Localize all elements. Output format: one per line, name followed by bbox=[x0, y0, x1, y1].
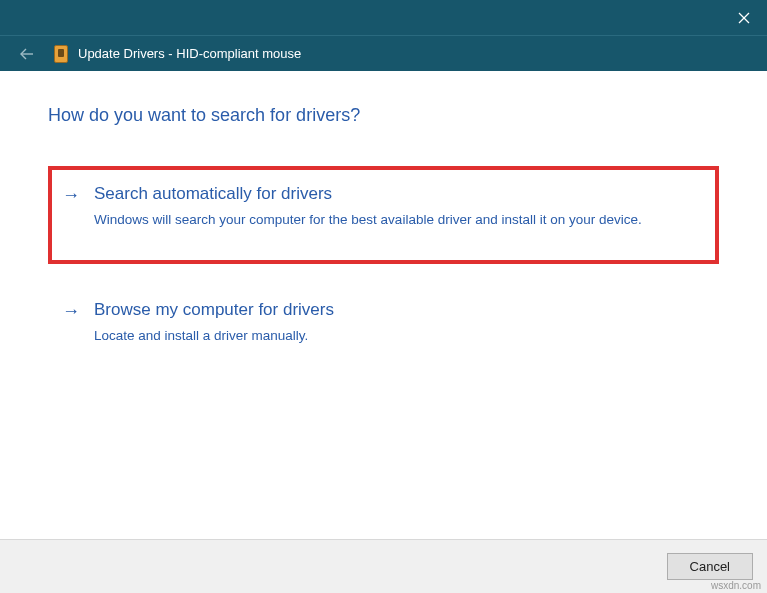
option-search-automatically[interactable]: → Search automatically for drivers Windo… bbox=[48, 166, 719, 264]
option-text: Search automatically for drivers Windows… bbox=[94, 184, 705, 230]
close-button[interactable] bbox=[721, 0, 767, 35]
wizard-footer: Cancel bbox=[0, 539, 767, 593]
wizard-header: Update Drivers - HID-compliant mouse bbox=[0, 35, 767, 71]
wizard-content: How do you want to search for drivers? →… bbox=[0, 71, 767, 539]
cancel-button[interactable]: Cancel bbox=[667, 553, 753, 580]
option-title: Search automatically for drivers bbox=[94, 184, 705, 204]
device-icon bbox=[54, 45, 68, 63]
watermark: wsxdn.com bbox=[711, 580, 761, 591]
window-titlebar bbox=[0, 0, 767, 35]
option-title: Browse my computer for drivers bbox=[94, 300, 705, 320]
option-description: Windows will search your computer for th… bbox=[94, 210, 705, 230]
arrow-right-icon: → bbox=[62, 300, 80, 346]
arrow-left-icon bbox=[19, 46, 35, 62]
option-text: Browse my computer for drivers Locate an… bbox=[94, 300, 705, 346]
page-heading: How do you want to search for drivers? bbox=[48, 105, 719, 126]
close-icon bbox=[738, 12, 750, 24]
option-description: Locate and install a driver manually. bbox=[94, 326, 705, 346]
option-browse-computer[interactable]: → Browse my computer for drivers Locate … bbox=[48, 282, 719, 366]
wizard-title: Update Drivers - HID-compliant mouse bbox=[78, 46, 301, 61]
arrow-right-icon: → bbox=[62, 184, 80, 230]
back-button[interactable] bbox=[18, 45, 36, 63]
